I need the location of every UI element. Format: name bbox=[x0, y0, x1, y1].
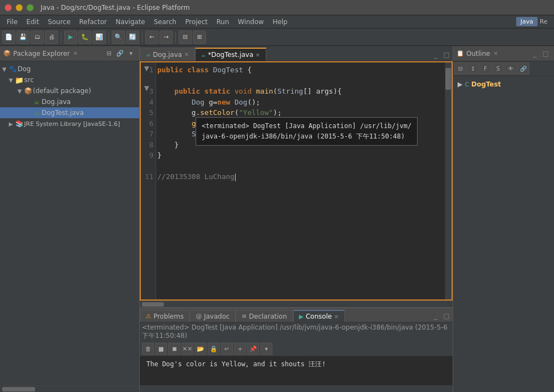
tree-item-dogtest-java[interactable]: ☕ DogTest.java bbox=[0, 107, 139, 118]
menu-source[interactable]: Source bbox=[43, 17, 75, 27]
tab-close-dog[interactable]: ✕ bbox=[184, 51, 189, 57]
toolbar-sep1 bbox=[61, 32, 61, 43]
editor-tabs: ☕ Dog.java ✕ ☕ *DogTest.java ✕ _ □ bbox=[140, 46, 453, 61]
tree-item-dog-java[interactable]: ☕ Dog.java bbox=[0, 96, 139, 107]
tree-item-dog[interactable]: ▼ 🐾 Dog bbox=[0, 64, 139, 74]
close-button[interactable] bbox=[4, 4, 12, 11]
menu-project[interactable]: Project bbox=[181, 17, 212, 27]
outline-sort-btn[interactable]: ↕ bbox=[467, 62, 479, 74]
menu-run[interactable]: Run bbox=[212, 17, 233, 27]
javadoc-icon: @ bbox=[196, 313, 202, 320]
console-toolbar: 🗑 ■ ⏹ ✕✕ 📂 🔒 ↵ + 📌 ▾ bbox=[140, 342, 453, 356]
tab-dogtest-java[interactable]: ☕ *DogTest.java ✕ bbox=[195, 48, 266, 61]
refactor-button[interactable]: 🔄 bbox=[126, 31, 139, 44]
maximize-editor-button[interactable]: □ bbox=[442, 50, 452, 60]
menu-search[interactable]: Search bbox=[150, 17, 181, 27]
tab-dog-java[interactable]: ☕ Dog.java ✕ bbox=[140, 48, 195, 61]
editor-vscrollbar[interactable] bbox=[445, 62, 452, 299]
forward-button[interactable]: → bbox=[159, 31, 173, 44]
outline-item-dogtest[interactable]: ▶ C DogTest bbox=[453, 78, 554, 90]
new-console-button[interactable]: + bbox=[234, 343, 246, 355]
maximize-bottom-button[interactable]: □ bbox=[442, 311, 452, 321]
coverage-button[interactable]: 📊 bbox=[93, 31, 106, 44]
console-icon: ▶ bbox=[299, 313, 304, 320]
code-area[interactable]: public class DogTest { public static voi… bbox=[141, 62, 452, 299]
class-icon: C bbox=[465, 81, 469, 88]
minimize-editor-button[interactable]: _ bbox=[431, 50, 441, 60]
tab-console[interactable]: ▶ Console ✕ bbox=[293, 310, 345, 322]
run-button[interactable]: ▶ bbox=[64, 31, 77, 44]
terminate-button[interactable]: ■ bbox=[155, 343, 167, 355]
menu-file[interactable]: File bbox=[2, 17, 22, 27]
scroll-lock-button[interactable]: 🔒 bbox=[208, 343, 220, 355]
link-with-editor-button[interactable]: 🔗 bbox=[115, 49, 125, 59]
editor-vscrollbar-thumb[interactable] bbox=[446, 68, 451, 90]
outline-panel: 📋 Outline ✕ _ □ ⊟ ↕ F S 👁 🔗 bbox=[453, 46, 554, 392]
maximize-button[interactable] bbox=[26, 4, 34, 11]
tab-problems[interactable]: ⚠ Problems bbox=[140, 310, 190, 322]
word-wrap-button[interactable]: ↵ bbox=[221, 343, 233, 355]
menu-refactor[interactable]: Refactor bbox=[75, 17, 111, 27]
bottom-panel-controls: _ □ bbox=[430, 310, 453, 322]
outline-tree: ▶ C DogTest bbox=[453, 76, 554, 392]
debug-button[interactable]: 🐛 bbox=[78, 31, 92, 44]
outline-hide-static-btn[interactable]: S bbox=[492, 62, 504, 74]
re-perspective-btn[interactable]: Re bbox=[540, 18, 547, 25]
outline-sync-btn[interactable]: 🔗 bbox=[517, 62, 529, 74]
back-button[interactable]: ← bbox=[145, 31, 158, 44]
java-perspective-btn[interactable]: Java bbox=[516, 17, 538, 26]
pkg-menu-button[interactable]: ▾ bbox=[126, 49, 136, 59]
collapse-button[interactable]: ⊟ bbox=[179, 31, 192, 44]
outline-collapse-btn[interactable]: ⊟ bbox=[454, 62, 466, 74]
minimize-outline-button[interactable]: _ bbox=[530, 49, 540, 59]
bottom-panel: ⚠ Problems @ Javadoc ≡ Declaration ▶ bbox=[140, 307, 453, 392]
pkg-scrollbar[interactable] bbox=[0, 385, 139, 392]
minimize-bottom-button[interactable]: _ bbox=[431, 311, 441, 321]
menu-navigate[interactable]: Navigate bbox=[111, 17, 150, 27]
collapse-all-button[interactable]: ⊟ bbox=[104, 49, 114, 59]
outline-hide-fields-btn[interactable]: F bbox=[479, 62, 492, 74]
tab-declaration[interactable]: ≡ Declaration bbox=[236, 310, 293, 322]
save-button[interactable]: 💾 bbox=[16, 31, 30, 44]
declaration-icon: ≡ bbox=[242, 313, 247, 320]
tree-item-jre[interactable]: ▶ 📚 JRE System Library [JavaSE-1.6] bbox=[0, 118, 139, 129]
console-menu-button[interactable]: ▾ bbox=[260, 343, 272, 355]
tree-item-src[interactable]: ▼ 📁 src bbox=[0, 74, 139, 85]
tree-item-default-package[interactable]: ▼ 📦 (default package) bbox=[0, 85, 139, 96]
search-button[interactable]: 🔍 bbox=[112, 31, 125, 44]
maximize-outline-button[interactable]: □ bbox=[541, 49, 551, 59]
print-button[interactable]: 🖨 bbox=[45, 31, 58, 44]
new-button[interactable]: 📄 bbox=[2, 31, 15, 44]
tab-javadoc[interactable]: @ Javadoc bbox=[190, 310, 236, 322]
save-all-button[interactable]: 🗂 bbox=[31, 31, 44, 44]
tab-close-dogtest[interactable]: ✕ bbox=[255, 52, 260, 58]
console-output: The Dog's color is Yellow, and it shouts… bbox=[140, 356, 453, 385]
center-right-area: ☕ Dog.java ✕ ☕ *DogTest.java ✕ _ □ bbox=[140, 46, 554, 392]
editor-wrapper: ☕ Dog.java ✕ ☕ *DogTest.java ✕ _ □ bbox=[140, 46, 453, 392]
console-hscrollbar[interactable] bbox=[140, 385, 453, 392]
toolbar-sep2 bbox=[108, 32, 109, 43]
menu-help[interactable]: Help bbox=[268, 17, 292, 27]
console-header: <terminated> DogTest [Java Application] … bbox=[140, 322, 453, 342]
outline-expand-arrow[interactable]: ▶ bbox=[458, 80, 462, 88]
remove-all-button[interactable]: ✕✕ bbox=[181, 343, 193, 355]
open-file-button[interactable]: 📂 bbox=[195, 343, 207, 355]
package-explorer-header: 📦 Package Explorer ✕ ⊟ 🔗 ▾ bbox=[0, 46, 139, 61]
minimize-button[interactable] bbox=[15, 4, 23, 11]
expand-button[interactable]: ⊞ bbox=[193, 31, 206, 44]
window-title: Java - Dog/src/DogTest.java - Eclipse Pl… bbox=[41, 4, 190, 11]
menu-edit[interactable]: Edit bbox=[22, 17, 43, 27]
toolbar: 📄 💾 🗂 🖨 ▶ 🐛 📊 🔍 🔄 ← → ⊟ ⊞ bbox=[0, 28, 554, 46]
pin-console-button[interactable]: 📌 bbox=[247, 343, 259, 355]
disconnect-button[interactable]: ⏹ bbox=[168, 343, 180, 355]
outline-hide-nonpublic-btn[interactable]: 👁 bbox=[505, 62, 517, 74]
menu-window[interactable]: Window bbox=[233, 17, 268, 27]
outline-title: Outline bbox=[466, 50, 490, 57]
code-editor[interactable]: 1 3 4 5 6 7 8 9 11 bbox=[140, 61, 453, 301]
clear-console-button[interactable]: 🗑 bbox=[142, 343, 154, 355]
console-tab-close[interactable]: ✕ bbox=[334, 314, 339, 320]
toolbar-sep4 bbox=[175, 32, 176, 43]
package-explorer-title: Package Explorer bbox=[13, 50, 70, 57]
editor-hscrollbar[interactable] bbox=[140, 301, 453, 307]
run-tooltip: <terminated> DogTest [Java Application] … bbox=[196, 117, 418, 146]
